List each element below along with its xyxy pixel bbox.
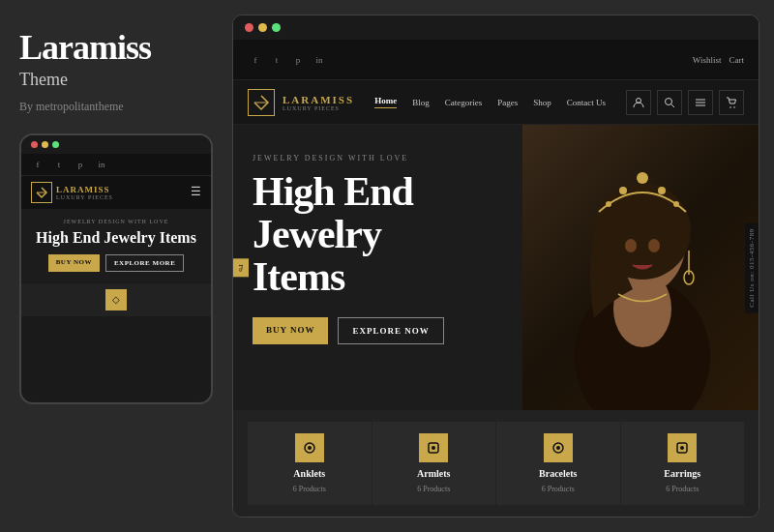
desktop-mockup: f t p in Wishlist Cart (232, 15, 759, 517)
hero-title: High End Jewelry Items (253, 170, 503, 298)
category-armlets[interactable]: Armlets 6 Products (372, 422, 496, 505)
mobile-mockup: f t p in LARAMISS LUXURY PIECES ☰ (19, 133, 213, 404)
menu-item-contact[interactable]: Contact Us (567, 98, 606, 107)
user-icon-button[interactable] (626, 90, 651, 115)
anklets-icon (295, 433, 324, 462)
svg-point-14 (625, 239, 637, 252)
earrings-icon (668, 433, 697, 462)
desktop-logo: LARAMISS LUXURY PIECES (248, 89, 354, 116)
mobile-hero-title: High End Jewelry Items (31, 228, 201, 247)
hamburger-icon[interactable]: ☰ (191, 185, 201, 199)
desktop-utility-nav: f t p in Wishlist Cart (233, 40, 759, 80)
category-anklets[interactable]: Anklets 6 Products (248, 422, 372, 505)
mobile-logo-sub: LUXURY PIECES (56, 194, 113, 200)
categories-section: Anklets 6 Products Armlets 6 Products (233, 410, 759, 517)
mobile-explore-button[interactable]: EXPLORE MORE (105, 254, 184, 272)
twitter-icon: t (52, 158, 66, 171)
mobile-logo-icon (31, 182, 52, 203)
desktop-logo-text: LARAMISS LUXURY PIECES (283, 94, 354, 111)
menu-icon-button[interactable] (688, 90, 713, 115)
armlets-icon (419, 433, 448, 462)
brand-author: By metropolitantheme (19, 100, 213, 114)
svg-point-19 (606, 201, 611, 207)
svg-line-4 (670, 103, 674, 107)
dot-green (52, 141, 59, 148)
mobile-logo-name: LARAMISS (56, 185, 113, 194)
menu-item-shop[interactable]: Shop (533, 98, 551, 107)
right-panel: f t p in Wishlist Cart (232, 0, 774, 532)
mobile-category-preview: ◇ (21, 283, 211, 316)
bracelets-icon (544, 433, 573, 462)
pinterest-icon: p (74, 158, 87, 171)
svg-point-15 (648, 239, 660, 252)
hero-title-line3: Items (253, 254, 344, 299)
category-earrings[interactable]: Earrings 6 Products (621, 422, 745, 505)
desktop-linkedin-icon[interactable]: in (312, 52, 327, 68)
menu-item-blog[interactable]: Blog (412, 98, 430, 107)
bracelets-count: 6 Products (542, 485, 575, 493)
mobile-hero-buttons: BUY NOW EXPLORE MORE (31, 254, 201, 272)
menu-item-pages[interactable]: Pages (497, 98, 518, 107)
menu-item-categories[interactable]: Categories (445, 98, 483, 107)
desktop-logo-icon (248, 89, 275, 116)
mobile-nav: LARAMISS LUXURY PIECES ☰ (21, 175, 211, 209)
mobile-social-bar: f t p in (21, 154, 211, 175)
armlets-count: 6 Products (417, 485, 450, 493)
hero-fb-icon[interactable]: Fb (237, 264, 245, 271)
desktop-social-area: f t p in (248, 52, 327, 68)
desktop-logo-name: LARAMISS (283, 94, 354, 105)
mobile-logo-text: LARAMISS LUXURY PIECES (56, 185, 113, 200)
explore-now-button[interactable]: EXPLORE NOW (338, 317, 443, 344)
desktop-facebook-icon[interactable]: f (248, 52, 263, 68)
armlets-name: Armlets (417, 468, 450, 479)
desktop-dot-green (272, 23, 281, 32)
svg-point-30 (680, 446, 684, 450)
svg-point-20 (673, 201, 679, 207)
svg-point-24 (308, 446, 312, 450)
search-icon-button[interactable] (657, 90, 682, 115)
desktop-menu: Home Blog Categories Pages Shop Contact … (374, 96, 606, 108)
mobile-hero-subtitle: JEWELRY DESIGN WITH LOVE (31, 219, 201, 224)
bracelets-name: Bracelets (539, 468, 577, 479)
earrings-count: 6 Products (666, 485, 699, 493)
cart-icon-button[interactable] (719, 90, 744, 115)
desktop-utility-links: Wishlist Cart (693, 55, 744, 65)
hero-buttons: BUY NOW EXPLORE NOW (253, 317, 503, 344)
category-bracelets[interactable]: Bracelets 6 Products (496, 422, 620, 505)
hero-social-sidebar: Fb (233, 258, 249, 277)
hero-image: Call Us on: 015-456-789 (522, 125, 759, 410)
dot-red (31, 141, 38, 148)
desktop-twitter-icon[interactable]: t (269, 52, 284, 68)
hero-title-line2: Jewelry (253, 212, 381, 256)
mobile-window-controls (21, 135, 211, 154)
buy-now-button[interactable]: BUY NOW (253, 317, 328, 344)
desktop-logo-sub: LUXURY PIECES (283, 105, 354, 111)
brand-subtitle: Theme (19, 70, 213, 90)
brand-title: Laramiss (19, 29, 213, 68)
desktop-social-icons: f t p in (248, 52, 327, 68)
svg-point-28 (556, 446, 560, 450)
anklets-count: 6 Products (293, 485, 326, 493)
desktop-window-controls (233, 15, 759, 40)
svg-point-17 (619, 187, 627, 194)
menu-item-home[interactable]: Home (374, 96, 397, 108)
wishlist-link[interactable]: Wishlist (693, 55, 722, 65)
facebook-icon: f (31, 158, 45, 171)
earrings-name: Earrings (664, 468, 700, 479)
call-us-text: Call Us on: 015-456-789 (745, 222, 759, 312)
desktop-hero: Fb JEWELRY DESIGN WITH LOVE High End Jew… (233, 125, 759, 410)
hero-content: JEWELRY DESIGN WITH LOVE High End Jewelr… (233, 125, 522, 410)
mobile-category-icon: ◇ (105, 289, 127, 310)
hero-subtitle: JEWELRY DESIGN WITH LOVE (253, 154, 503, 163)
svg-point-18 (658, 187, 666, 194)
desktop-pinterest-icon[interactable]: p (290, 52, 306, 68)
mobile-logo: LARAMISS LUXURY PIECES (31, 182, 113, 203)
desktop-icon-buttons (626, 90, 744, 115)
desktop-main-nav: LARAMISS LUXURY PIECES Home Blog Categor… (233, 80, 759, 125)
anklets-name: Anklets (293, 468, 325, 479)
svg-point-3 (665, 98, 671, 104)
cart-link[interactable]: Cart (729, 55, 745, 65)
svg-point-26 (432, 446, 435, 450)
hero-image-bg (522, 125, 759, 410)
mobile-buy-button[interactable]: BUY NOW (48, 254, 100, 272)
